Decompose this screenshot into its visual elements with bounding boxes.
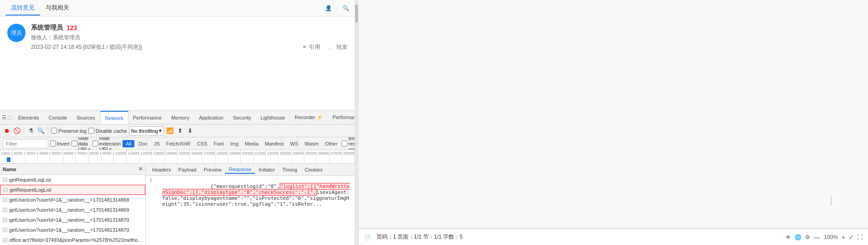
devtools-toggle-icon[interactable]: ☰ xyxy=(2,115,6,120)
upload-icon[interactable]: ⬆ xyxy=(176,127,184,135)
request-item-5[interactable]: getUserIcon?userId=1&__random__=17014813… xyxy=(0,225,145,235)
tick-23000: 23000 ms xyxy=(279,150,291,163)
filter-type-js[interactable]: JS xyxy=(152,141,162,147)
tab-related[interactable]: 与我相关 xyxy=(40,1,75,16)
filter-input[interactable] xyxy=(3,139,48,148)
tick-28000: 28000 ms xyxy=(342,150,355,163)
filter-type-img[interactable]: Img xyxy=(228,141,240,147)
filter-type-media[interactable]: Media xyxy=(243,141,261,147)
minus-icon[interactable]: — xyxy=(814,234,820,241)
filter-type-ws[interactable]: WS xyxy=(288,141,301,147)
tab-lighthouse[interactable]: Lighthouse xyxy=(256,111,290,124)
page-info: 页码：1 页面：1/1 节：1/1 字数：5 xyxy=(377,233,463,241)
eye-icon[interactable]: 👁 xyxy=(786,234,791,240)
search-icon[interactable]: 🔍 xyxy=(342,5,349,11)
user-date: 2023-02-27 14:18:45 [02审批1 / 驳回(不同意)] xyxy=(31,43,297,51)
hide-data-urls-checkbox[interactable]: Hide data URLs xyxy=(71,137,91,150)
response-content: 1 {"maxrequestlogid":"0","loglist":[{"ha… xyxy=(146,176,355,245)
tick-13000: 13000 ms xyxy=(152,150,165,163)
tick-16000: 16000 ms xyxy=(190,150,203,163)
scrollbar-thumb[interactable] xyxy=(355,5,358,23)
close-panel-btn[interactable]: ✕ xyxy=(138,166,143,172)
timeline-bar xyxy=(7,157,10,162)
devtools-inspect-icon[interactable]: ⬚ xyxy=(7,115,12,120)
plus-icon[interactable]: + xyxy=(842,234,845,241)
tab-preview[interactable]: Preview xyxy=(200,166,225,173)
quote-action[interactable]: 引用 xyxy=(309,43,320,51)
request-icon-6 xyxy=(3,238,7,242)
devtools-tabs-bar: ☰ ⬚ Elements Console Sources Network Per… xyxy=(0,111,355,125)
filter-btn-icon[interactable]: ⚗ xyxy=(27,127,35,135)
tab-initiator[interactable]: Initiator xyxy=(255,166,279,173)
tab-headers[interactable]: Headers xyxy=(148,166,175,173)
timeline-ruler: 1000 ms 2000 ms 3000 ms 4000 ms 5000 ms … xyxy=(0,150,355,163)
tab-console[interactable]: Console xyxy=(44,111,72,124)
filter-type-other[interactable]: Other xyxy=(323,141,340,147)
filter-type-all[interactable]: All xyxy=(123,140,134,147)
forward-action[interactable]: 转发 xyxy=(337,43,347,51)
tab-timing[interactable]: Timing xyxy=(279,166,301,173)
tab-network[interactable]: Network xyxy=(100,111,128,124)
tab-sources[interactable]: Sources xyxy=(72,111,100,124)
globe-icon[interactable]: 🌐 xyxy=(795,234,802,240)
filter-type-wasm[interactable]: Wasm xyxy=(302,141,321,147)
request-name-2: getUserIcon?userId=1&__random__=17014813… xyxy=(9,197,129,203)
expand-icon[interactable]: ⤢ xyxy=(849,234,853,240)
tab-performance[interactable]: Performance xyxy=(128,111,167,124)
tab-trending[interactable]: 流转意见 xyxy=(5,1,40,16)
filter-type-fetch[interactable]: Fetch/XHR xyxy=(164,141,193,147)
settings-bottom-icon[interactable]: ⚙ xyxy=(805,234,810,240)
tab-response[interactable]: Response xyxy=(225,166,255,174)
top-tabs-bar: 流转意见 与我相关 👤 | 🔍 xyxy=(0,0,355,16)
line-content: {"maxrequestlogid":"0","loglist":[{"hand… xyxy=(162,177,351,213)
download-icon[interactable]: ⬇ xyxy=(186,127,194,135)
tab-payload[interactable]: Payload xyxy=(175,166,200,173)
request-item-4[interactable]: getUserIcon?userId=1&__random__=17014813… xyxy=(0,215,145,225)
invert-checkbox[interactable]: Invert xyxy=(50,141,70,146)
filter-type-manifest[interactable]: Manifest xyxy=(263,141,286,147)
tab-perf-insights[interactable]: Performance insights ⚡ xyxy=(328,111,355,124)
filter-type-doc[interactable]: Doc xyxy=(136,141,150,147)
search-btn[interactable]: 🔍 xyxy=(37,127,45,135)
request-item-6[interactable]: office.act?fileId=37493&jsonParams=%257B… xyxy=(0,235,145,245)
tick-5000: 5000 ms xyxy=(51,150,63,163)
blocked-cookies-checkbox[interactable]: Blocked response cookies xyxy=(342,137,355,150)
request-item-1[interactable]: getRequestLogList xyxy=(0,185,145,195)
wifi-icon[interactable]: 📶 xyxy=(166,127,174,135)
tick-14000: 14000 ms xyxy=(165,150,178,163)
request-item-3[interactable]: getUserIcon?userId=1&__random__=17014813… xyxy=(0,205,145,215)
tick-3000: 3000 ms xyxy=(26,150,38,163)
request-icon-5 xyxy=(3,228,7,232)
request-icon-4 xyxy=(3,218,7,222)
editor-toolbar-icons: 👁 🌐 ⚙ — 100% + ⤢ ⛶ xyxy=(786,234,863,241)
request-name-5: getUserIcon?userId=1&__random__=17014813… xyxy=(9,227,129,233)
clear-btn[interactable]: 🚫 xyxy=(13,127,21,135)
hide-ext-urls-checkbox[interactable]: Hide extension URLs xyxy=(92,137,121,150)
tick-15000: 15000 ms xyxy=(178,150,190,163)
tab-memory[interactable]: Memory xyxy=(167,111,194,124)
chevron-down-icon: ▾ xyxy=(159,128,162,134)
request-list: Name ✕ getRequestLogList getRequestLogLi… xyxy=(0,164,146,245)
filter-type-css[interactable]: CSS xyxy=(195,141,210,147)
status-bar: 📄 页码：1 页面：1/1 节：1/1 字数：5 👁 🌐 ⚙ — 100% + … xyxy=(359,229,868,245)
disable-cache-checkbox[interactable]: Disable cache xyxy=(88,128,127,134)
tab-application[interactable]: Application xyxy=(194,111,229,124)
user-name: 系统管理员 xyxy=(31,24,63,32)
tab-security[interactable]: Security xyxy=(228,111,256,124)
tick-9000: 9000 ms xyxy=(102,150,114,163)
fullscreen-icon[interactable]: ⛶ xyxy=(857,234,863,240)
filter-type-font[interactable]: Font xyxy=(211,141,226,147)
throttle-select[interactable]: No throttling ▾ xyxy=(129,126,164,136)
vertical-scrollbar[interactable] xyxy=(355,0,359,245)
request-item-0[interactable]: getRequestLogList xyxy=(0,175,145,185)
tab-cookies[interactable]: Cookies xyxy=(301,166,327,173)
user-icon[interactable]: 👤 xyxy=(325,5,332,11)
tab-elements[interactable]: Elements xyxy=(14,111,44,124)
tab-recorder[interactable]: Recorder ⚡ xyxy=(290,111,328,124)
request-item-2[interactable]: getUserIcon?userId=1&__random__=17014813… xyxy=(0,195,145,205)
tick-19000: 19000 ms xyxy=(228,150,241,163)
left-panel: 流转意见 与我相关 👤 | 🔍 理员 系统管理员 123 接收人：系统管理员 xyxy=(0,0,355,245)
preserve-log-checkbox[interactable]: Preserve log xyxy=(51,128,87,134)
user-actions: ❝ 引用 → 转发 xyxy=(303,24,347,51)
record-btn[interactable]: ⏺ xyxy=(3,127,11,135)
